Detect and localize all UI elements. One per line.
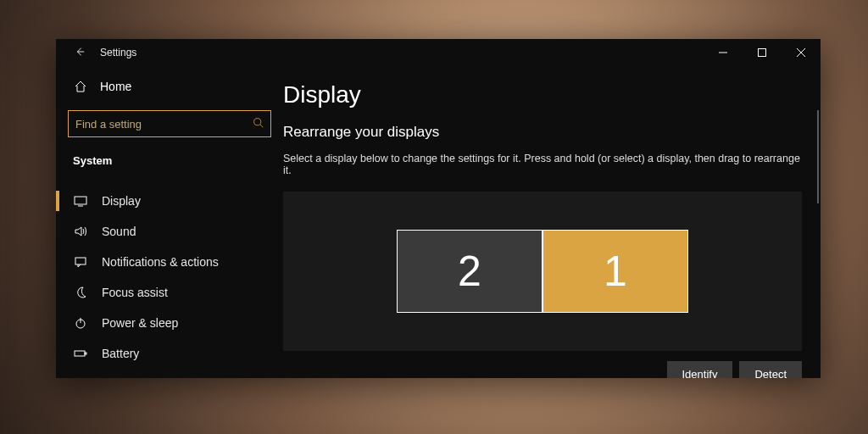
titlebar: Settings xyxy=(56,39,821,66)
detect-button[interactable]: Detect xyxy=(739,361,802,378)
maximize-button[interactable] xyxy=(743,39,782,66)
sidebar-item-focus-assist[interactable]: Focus assist xyxy=(56,277,271,308)
svg-rect-1 xyxy=(759,49,766,57)
sidebar-category: System xyxy=(68,151,271,170)
sidebar-item-notifications[interactable]: Notifications & actions xyxy=(56,247,271,277)
svg-line-5 xyxy=(260,125,263,127)
message-icon xyxy=(73,255,88,269)
settings-window: Settings Home System xyxy=(56,39,821,378)
sidebar-home[interactable]: Home xyxy=(68,75,271,98)
moon-icon xyxy=(73,286,88,299)
sidebar-item-label: Display xyxy=(102,194,141,208)
sidebar-item-label: Focus assist xyxy=(102,286,168,299)
section-description: Select a display below to change the set… xyxy=(283,153,802,176)
sidebar-item-display[interactable]: Display xyxy=(56,186,271,216)
display-arrangement-canvas[interactable]: 2 1 xyxy=(283,192,802,351)
identify-button[interactable]: Identify xyxy=(667,361,733,378)
back-arrow-icon xyxy=(74,46,86,58)
search-icon xyxy=(253,117,264,131)
monitor-label: 1 xyxy=(604,247,627,296)
search-box[interactable] xyxy=(68,110,271,137)
svg-rect-8 xyxy=(75,258,86,264)
scrollbar[interactable] xyxy=(817,110,819,203)
back-button[interactable] xyxy=(63,46,97,60)
sidebar-item-power-sleep[interactable]: Power & sleep xyxy=(56,308,271,338)
power-icon xyxy=(73,316,88,330)
sidebar-item-label: Power & sleep xyxy=(102,316,178,330)
search-input[interactable] xyxy=(75,118,253,131)
monitor-label: 2 xyxy=(458,247,481,296)
sidebar-item-label: Sound xyxy=(102,225,136,238)
app-title: Settings xyxy=(100,47,136,58)
monitor-1[interactable]: 1 xyxy=(542,230,688,313)
close-icon xyxy=(797,48,805,57)
home-icon xyxy=(73,80,88,93)
sidebar-item-label: Notifications & actions xyxy=(102,255,219,269)
svg-point-4 xyxy=(254,119,261,125)
svg-rect-11 xyxy=(75,351,85,356)
main-content: Display Rearrange your displays Select a… xyxy=(283,66,821,378)
display-buttons-row: Identify Detect xyxy=(283,361,802,378)
monitor-icon xyxy=(73,194,88,208)
sidebar-home-label: Home xyxy=(100,80,131,93)
close-button[interactable] xyxy=(782,39,821,66)
speaker-icon xyxy=(73,225,88,238)
maximize-icon xyxy=(758,48,766,57)
sidebar-nav: Display Sound Notifications & actions xyxy=(56,186,271,369)
battery-icon xyxy=(73,347,88,360)
sidebar-item-label: Battery xyxy=(102,347,139,360)
sidebar-item-sound[interactable]: Sound xyxy=(56,216,271,247)
svg-rect-12 xyxy=(85,353,86,354)
page-title: Display xyxy=(283,81,802,108)
svg-rect-6 xyxy=(75,197,86,204)
minimize-icon xyxy=(719,48,727,57)
minimize-button[interactable] xyxy=(704,39,743,66)
section-subtitle: Rearrange your displays xyxy=(283,124,802,141)
sidebar: Home System Display xyxy=(56,66,283,378)
sidebar-item-battery[interactable]: Battery xyxy=(56,338,271,369)
monitor-2[interactable]: 2 xyxy=(397,230,542,313)
